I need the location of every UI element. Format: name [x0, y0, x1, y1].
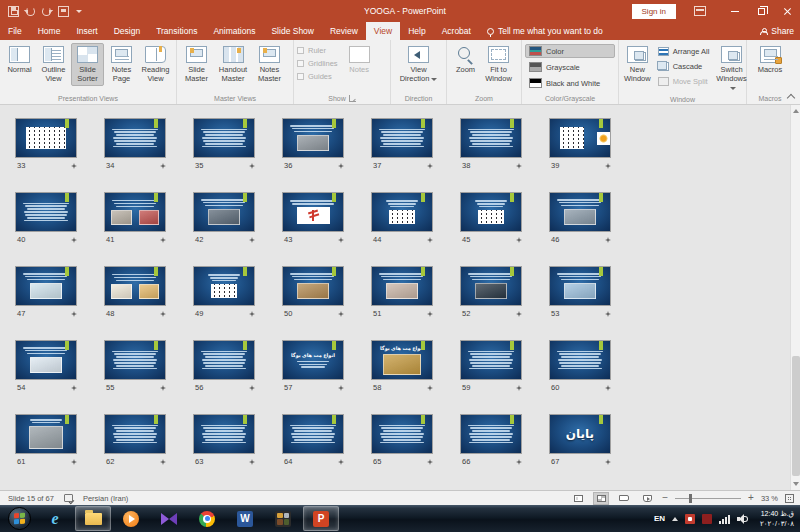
spell-check-icon[interactable] — [64, 494, 73, 502]
taskbar-file-explorer-button[interactable] — [75, 506, 111, 531]
slide-thumbnail-36[interactable] — [282, 118, 344, 158]
start-from-beginning-icon[interactable] — [58, 6, 69, 17]
ribbon-display-options-icon[interactable] — [694, 6, 706, 16]
slide-thumbnail-48[interactable] — [104, 266, 166, 306]
slide-thumbnail-50[interactable] — [282, 266, 344, 306]
slide-thumbnail-56[interactable] — [193, 340, 255, 380]
slide-thumbnail-53[interactable] — [549, 266, 611, 306]
slide-thumbnail-63[interactable] — [193, 414, 255, 454]
sign-in-button[interactable]: Sign in — [632, 4, 676, 19]
zoom-out-button[interactable]: − — [662, 493, 668, 503]
scroll-down-arrow[interactable] — [791, 478, 800, 490]
slide-thumbnail-47[interactable] — [15, 266, 77, 306]
notes-page-button[interactable]: Notes Page — [105, 43, 138, 86]
tab-home[interactable]: Home — [30, 22, 69, 40]
tab-help[interactable]: Help — [400, 22, 433, 40]
tray-app-icon[interactable] — [685, 514, 695, 524]
scrollbar-thumb[interactable] — [792, 356, 800, 476]
tab-design[interactable]: Design — [106, 22, 148, 40]
slide-thumbnail-58[interactable]: انواع مت های یوگا — [371, 340, 433, 380]
fit-slide-to-window-icon[interactable] — [785, 494, 794, 503]
slide-thumbnail-67[interactable]: پایان — [549, 414, 611, 454]
close-button[interactable] — [774, 0, 800, 22]
language-indicator[interactable]: Persian (Iran) — [83, 494, 128, 503]
tab-view[interactable]: View — [366, 22, 400, 40]
slide-thumbnail-49[interactable] — [193, 266, 255, 306]
zoom-slider-handle[interactable] — [689, 494, 692, 503]
handout-master-button[interactable]: Handout Master — [214, 43, 252, 86]
slide-thumbnail-62[interactable] — [104, 414, 166, 454]
taskbar-media-player-button[interactable] — [113, 506, 149, 531]
slide-master-button[interactable]: Slide Master — [180, 43, 213, 86]
slide-counter[interactable]: Slide 15 of 67 — [8, 494, 54, 503]
tab-slide-show[interactable]: Slide Show — [263, 22, 322, 40]
macros-button[interactable]: Macros — [754, 43, 787, 77]
taskbar-word-button[interactable]: W — [227, 506, 263, 531]
zoom-in-button[interactable]: + — [748, 493, 754, 503]
save-icon[interactable] — [8, 6, 19, 17]
taskbar-kmplayer-button[interactable] — [151, 506, 187, 531]
view-direction-button[interactable]: View Direction — [397, 43, 441, 86]
slide-thumbnail-60[interactable] — [549, 340, 611, 380]
slide-thumbnail-46[interactable] — [549, 192, 611, 232]
share-button[interactable]: Share — [760, 22, 794, 40]
zoom-slider[interactable] — [675, 498, 741, 499]
redo-icon[interactable] — [42, 7, 51, 16]
grayscale-button[interactable]: Grayscale — [525, 60, 615, 74]
show-hidden-icons-arrow[interactable] — [672, 517, 678, 521]
tell-me-box[interactable]: Tell me what you want to do — [479, 22, 611, 40]
tab-review[interactable]: Review — [322, 22, 366, 40]
zoom-button[interactable]: Zoom — [452, 43, 480, 77]
slide-show-button-status[interactable] — [639, 492, 655, 505]
taskbar-internet-explorer-button[interactable]: e — [37, 506, 73, 531]
slide-thumbnail-64[interactable] — [282, 414, 344, 454]
taskbar-chrome-button[interactable] — [189, 506, 225, 531]
new-window-button[interactable]: New Window — [622, 43, 653, 86]
tab-animations[interactable]: Animations — [205, 22, 263, 40]
vertical-scrollbar[interactable] — [790, 105, 800, 490]
slide-sorter-button[interactable]: Slide Sorter — [71, 43, 104, 86]
clock[interactable]: 12:40 ق.ظ ۲۰۲۰/۰۳/۰۸ — [756, 509, 794, 528]
slide-thumbnail-39[interactable] — [549, 118, 611, 158]
slide-thumbnail-37[interactable] — [371, 118, 433, 158]
network-icon[interactable] — [719, 514, 730, 524]
language-tray-indicator[interactable]: EN — [654, 514, 665, 523]
slide-thumbnail-42[interactable] — [193, 192, 255, 232]
normal-view-button-status[interactable] — [570, 492, 586, 505]
slide-thumbnail-61[interactable] — [15, 414, 77, 454]
notes-master-button[interactable]: Notes Master — [253, 43, 286, 86]
color-button[interactable]: Color — [525, 44, 615, 58]
fit-to-window-button[interactable]: Fit to Window — [481, 43, 517, 86]
slide-thumbnail-38[interactable] — [460, 118, 522, 158]
undo-icon[interactable] — [26, 7, 35, 16]
slide-thumbnail-43[interactable] — [282, 192, 344, 232]
start-button[interactable] — [8, 507, 31, 530]
switch-windows-button[interactable]: Switch Windows — [714, 43, 748, 95]
zoom-percentage[interactable]: 33 % — [761, 494, 778, 503]
reading-view-button-status[interactable] — [616, 492, 632, 505]
slide-thumbnail-52[interactable] — [460, 266, 522, 306]
arrange-all-button[interactable]: Arrange All — [654, 45, 714, 58]
tab-acrobat[interactable]: Acrobat — [434, 22, 479, 40]
outline-view-button[interactable]: Outline View — [37, 43, 70, 86]
cascade-button[interactable]: Cascade — [654, 60, 714, 73]
collapse-ribbon-icon[interactable] — [787, 93, 794, 100]
tab-insert[interactable]: Insert — [68, 22, 105, 40]
tab-transitions[interactable]: Transitions — [148, 22, 205, 40]
normal-view-button[interactable]: Normal — [3, 43, 36, 77]
slide-thumbnail-55[interactable] — [104, 340, 166, 380]
scroll-up-arrow[interactable] — [791, 105, 800, 117]
slide-thumbnail-54[interactable] — [15, 340, 77, 380]
slide-thumbnail-35[interactable] — [193, 118, 255, 158]
slide-thumbnail-59[interactable] — [460, 340, 522, 380]
slide-thumbnail-44[interactable] — [371, 192, 433, 232]
slide-thumbnail-66[interactable] — [460, 414, 522, 454]
slide-thumbnail-34[interactable] — [104, 118, 166, 158]
reading-view-button[interactable]: Reading View — [139, 43, 172, 86]
restore-button[interactable] — [748, 0, 774, 22]
taskbar-powerpoint-button[interactable]: P — [303, 506, 339, 531]
slide-thumbnail-57[interactable]: انواع مت های یوگا — [282, 340, 344, 380]
slide-thumbnail-40[interactable] — [15, 192, 77, 232]
dialog-launcher-icon[interactable] — [349, 95, 356, 102]
slide-thumbnail-41[interactable] — [104, 192, 166, 232]
